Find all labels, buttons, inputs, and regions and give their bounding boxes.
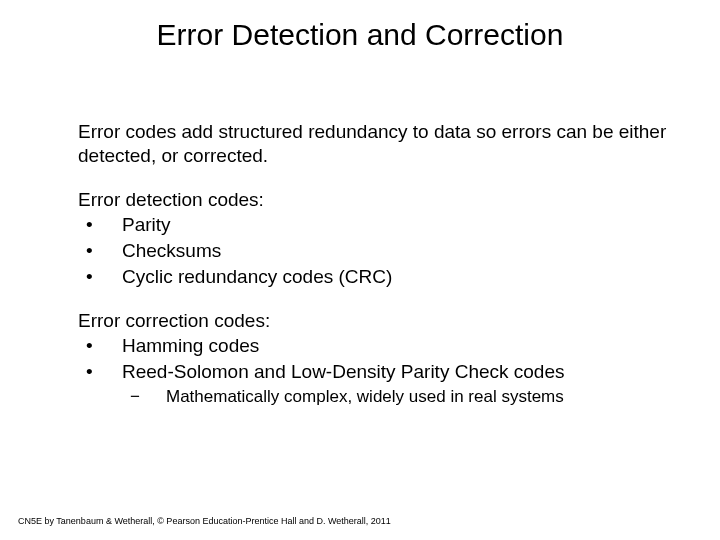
slide-body: Error codes add structured redundancy to…: [78, 120, 680, 409]
list-item: Mathematically complex, widely used in r…: [78, 386, 680, 407]
slide-title: Error Detection and Correction: [0, 18, 720, 52]
intro-paragraph: Error codes add structured redundancy to…: [78, 120, 680, 168]
footer-text: CN5E by Tanenbaum & Wetherall, © Pearson…: [18, 516, 391, 526]
correction-heading: Error correction codes:: [78, 309, 680, 333]
list-item: Cyclic redundancy codes (CRC): [78, 265, 680, 289]
slide: Error Detection and Correction Error cod…: [0, 0, 720, 540]
detection-list: Parity Checksums Cyclic redundancy codes…: [78, 213, 680, 288]
detection-heading: Error detection codes:: [78, 188, 680, 212]
correction-list: Hamming codes Reed-Solomon and Low-Densi…: [78, 334, 680, 384]
list-item: Hamming codes: [78, 334, 680, 358]
list-item: Reed-Solomon and Low-Density Parity Chec…: [78, 360, 680, 384]
list-item: Checksums: [78, 239, 680, 263]
list-item: Parity: [78, 213, 680, 237]
correction-sublist: Mathematically complex, widely used in r…: [78, 386, 680, 407]
